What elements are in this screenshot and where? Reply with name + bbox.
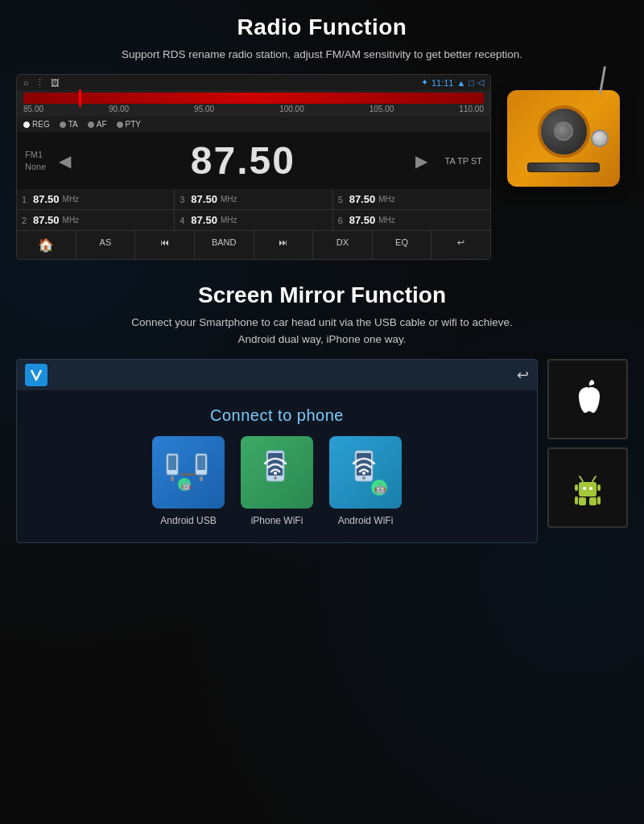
next-button[interactable]: ⏭ bbox=[254, 231, 314, 259]
freq-slider-wrap[interactable]: 85.00 90.00 95.00 100.00 105.00 110.00 bbox=[17, 90, 490, 117]
signal-icon: ▲ bbox=[456, 78, 465, 88]
mirror-section-title: Screen Mirror Function bbox=[198, 282, 446, 308]
preset-6[interactable]: 6 87.50 MHz bbox=[333, 210, 490, 230]
svg-text:🤖: 🤖 bbox=[374, 482, 386, 494]
radio-retro-image bbox=[507, 90, 620, 187]
back-icon: ◁ bbox=[477, 77, 484, 88]
svg-rect-6 bbox=[200, 476, 203, 481]
svg-rect-21 bbox=[597, 484, 601, 491]
status-right: ✦ 11:11 ▲ □ ◁ bbox=[421, 77, 484, 88]
apple-platform-box bbox=[547, 359, 628, 439]
eq-button[interactable]: EQ bbox=[373, 231, 432, 259]
reg-control[interactable]: REG bbox=[23, 120, 50, 129]
freq-next-button[interactable]: ▶ bbox=[411, 151, 432, 171]
platform-icons bbox=[547, 359, 628, 528]
freq-marker bbox=[79, 89, 81, 107]
connect-options: 🤖 Android USB bbox=[17, 436, 537, 542]
preset-2[interactable]: 2 87.50 MHz bbox=[17, 210, 174, 230]
android-wifi-option[interactable]: 🤖 Android WiFi bbox=[329, 436, 402, 526]
freq-label-1: 85.00 bbox=[23, 105, 43, 113]
svg-rect-3 bbox=[180, 473, 196, 476]
android-icon bbox=[566, 466, 609, 509]
iphone-wifi-label: iPhone WiFi bbox=[251, 515, 303, 526]
preset-1[interactable]: 1 87.50 MHz bbox=[17, 189, 174, 209]
iphone-wifi-icon-wrap bbox=[241, 436, 313, 509]
preset-grid: 1 87.50 MHz 3 87.50 MHz 5 87.50 MHz 2 87… bbox=[17, 189, 490, 230]
svg-point-12 bbox=[274, 472, 277, 475]
iphone-wifi-icon bbox=[249, 444, 305, 501]
android-usb-icon: 🤖 bbox=[160, 444, 217, 501]
radio-section-title: Radio Function bbox=[237, 14, 407, 40]
fm-frequency-display: 87.50 bbox=[84, 138, 402, 183]
fm-label: FM1 None bbox=[25, 149, 46, 172]
android-wifi-label: Android WiFi bbox=[338, 515, 394, 526]
connect-back-button[interactable]: ↩ bbox=[517, 366, 529, 384]
svg-point-16 bbox=[362, 472, 365, 475]
radio-illustration bbox=[499, 74, 628, 187]
connect-topbar: ↩ bbox=[17, 360, 537, 390]
svg-rect-22 bbox=[579, 497, 586, 505]
svg-point-26 bbox=[583, 487, 586, 490]
radio-knob bbox=[591, 130, 609, 147]
svg-point-27 bbox=[589, 487, 592, 490]
connect-ui: ↩ Connect to phone bbox=[16, 359, 538, 543]
freq-label-5: 105.00 bbox=[369, 105, 394, 113]
svg-line-29 bbox=[592, 476, 596, 481]
ta-control[interactable]: TA bbox=[60, 120, 78, 129]
svg-rect-24 bbox=[575, 496, 578, 505]
preset-3[interactable]: 3 87.50 MHz bbox=[175, 189, 332, 209]
window-icon: □ bbox=[469, 78, 474, 88]
preset-5[interactable]: 5 87.50 MHz bbox=[333, 189, 490, 209]
freq-prev-button[interactable]: ◀ bbox=[54, 151, 76, 171]
svg-rect-20 bbox=[575, 484, 578, 491]
freq-slider-track[interactable] bbox=[23, 93, 484, 104]
svg-rect-23 bbox=[589, 497, 597, 505]
af-control[interactable]: AF bbox=[88, 120, 107, 129]
android-platform-box bbox=[547, 447, 628, 528]
svg-rect-5 bbox=[197, 455, 205, 470]
home-button[interactable]: 🏠 bbox=[17, 231, 76, 259]
apple-icon bbox=[566, 377, 609, 421]
iphone-wifi-option[interactable]: iPhone WiFi bbox=[241, 436, 313, 526]
band-button[interactable]: BAND bbox=[195, 231, 254, 259]
page: Radio Function Support RDS rename radio … bbox=[0, 0, 644, 824]
bluetooth-icon: ✦ bbox=[421, 77, 428, 88]
fm-display: FM1 None ◀ 87.50 ▶ TA TP ST bbox=[17, 132, 490, 189]
svg-text:🤖: 🤖 bbox=[181, 480, 192, 491]
svg-line-28 bbox=[580, 476, 583, 481]
svg-rect-25 bbox=[597, 496, 601, 505]
radio-controls: REG TA AF PTY bbox=[17, 117, 490, 132]
back-button[interactable]: ↩ bbox=[431, 231, 490, 259]
android-usb-option[interactable]: 🤖 Android USB bbox=[152, 436, 225, 526]
radio-ui: ○ ⋮ 🖼 ✦ 11:11 ▲ □ ◁ 85.00 bbox=[16, 74, 491, 260]
android-wifi-icon-wrap: 🤖 bbox=[329, 436, 402, 509]
svg-point-15 bbox=[362, 476, 365, 480]
freq-label-3: 95.00 bbox=[194, 105, 214, 113]
preset-4[interactable]: 4 87.50 MHz bbox=[175, 210, 332, 230]
android-wifi-icon: 🤖 bbox=[337, 444, 394, 501]
status-time: 11:11 bbox=[431, 78, 454, 88]
svg-point-11 bbox=[274, 476, 277, 480]
freq-labels: 85.00 90.00 95.00 100.00 105.00 110.00 bbox=[17, 104, 490, 114]
freq-label-2: 90.00 bbox=[109, 105, 129, 113]
android-usb-label: Android USB bbox=[160, 515, 216, 526]
station-label: None bbox=[25, 161, 46, 172]
prev-button[interactable]: ⏮ bbox=[135, 231, 195, 259]
radio-dial bbox=[527, 163, 600, 172]
radio-section: ○ ⋮ 🖼 ✦ 11:11 ▲ □ ◁ 85.00 bbox=[16, 74, 628, 260]
connect-logo-icon bbox=[29, 368, 43, 382]
dx-button[interactable]: DX bbox=[313, 231, 373, 259]
freq-label-4: 100.00 bbox=[279, 105, 304, 113]
svg-rect-19 bbox=[579, 482, 597, 496]
as-button[interactable]: AS bbox=[76, 231, 136, 259]
radio-toolbar: 🏠 AS ⏮ BAND ⏭ DX EQ ↩ bbox=[17, 230, 490, 259]
radio-antenna bbox=[599, 66, 606, 94]
band-label: FM1 bbox=[25, 149, 46, 160]
pty-control[interactable]: PTY bbox=[117, 120, 141, 129]
mirror-section-desc: Connect your Smartphone to car head unit… bbox=[131, 315, 513, 348]
svg-rect-2 bbox=[171, 476, 174, 481]
connect-title: Connect to phone bbox=[17, 390, 537, 436]
circle-icon: ○ bbox=[23, 78, 29, 88]
status-left: ○ ⋮ 🖼 bbox=[23, 77, 60, 88]
mirror-content: ↩ Connect to phone bbox=[16, 359, 628, 543]
